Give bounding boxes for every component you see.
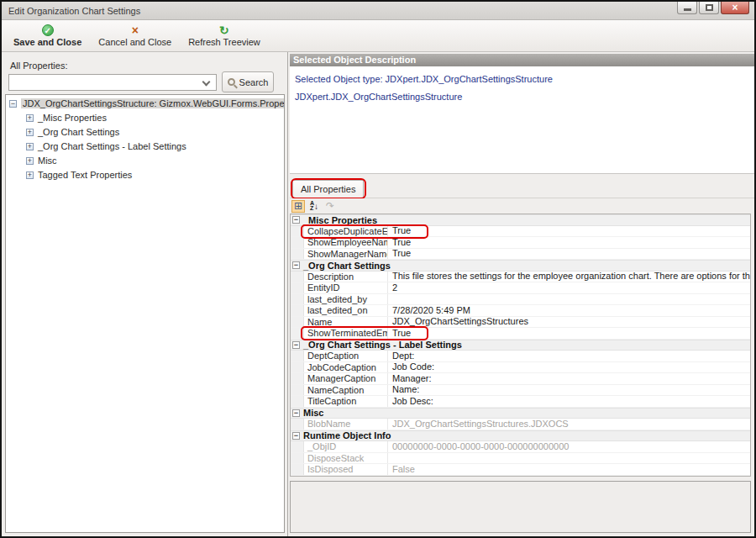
tree-item[interactable]: +_Org Chart Settings — [26, 126, 284, 138]
selected-object-description-header: Selected Object Description — [290, 54, 754, 66]
property-value: This file stores the settings for the em… — [388, 271, 750, 282]
property-row-indent — [291, 305, 304, 316]
tree-item[interactable]: +_Org Chart Settings - Label Settings — [26, 140, 284, 152]
property-category-row[interactable]: −Misc — [291, 408, 750, 419]
property-name: ShowManagerName — [304, 249, 388, 260]
close-button[interactable]: × — [721, 2, 749, 14]
property-value: 2 — [388, 282, 750, 293]
reset-button-disabled: ↷ — [323, 200, 337, 213]
filter-label: All Properties: — [10, 61, 67, 71]
property-row-indent — [291, 328, 304, 339]
expand-icon[interactable]: + — [26, 129, 34, 136]
property-value: 00000000-0000-0000-0000-000000000000 — [388, 441, 750, 452]
property-row-indent — [291, 282, 304, 293]
property-category-label: Runtime Object Info — [303, 430, 391, 440]
property-row[interactable]: IsDisposedFalse — [291, 464, 750, 476]
undo-arrow-icon: ↷ — [326, 200, 334, 212]
save-and-close-button[interactable]: ✓ Save and Close — [5, 22, 90, 50]
tree-root-item[interactable]: − JDX_OrgChartSettingsStructure: Gizmox.… — [9, 98, 284, 109]
property-value: Name: — [388, 384, 750, 395]
search-icon — [228, 78, 235, 86]
property-row[interactable]: BlobNameJDX_OrgChartSettingsStructures.J… — [291, 419, 750, 430]
property-name: Description — [304, 272, 388, 282]
refresh-arrows-icon: ↻ — [219, 24, 229, 36]
collapse-icon[interactable]: − — [292, 409, 300, 417]
expand-icon[interactable]: + — [26, 157, 34, 165]
tree-children: +_Misc Properties+_Org Chart Settings+_O… — [6, 112, 284, 181]
property-value: True — [388, 328, 750, 339]
property-row[interactable]: ShowManagerNameTrue — [291, 249, 750, 261]
tree-root-label: JDX_OrgChartSettingsStructure: Gizmox.We… — [21, 98, 285, 108]
property-grid-rows: −_Misc PropertiesCollapseDuplicateEEsInt… — [291, 214, 750, 476]
expand-icon[interactable]: + — [26, 143, 34, 150]
search-button[interactable]: Search — [222, 71, 274, 92]
property-row[interactable]: last_edited_on7/28/2020 5:49 PM — [291, 305, 750, 317]
property-category-row[interactable]: −_Org Chart Settings — [291, 260, 750, 272]
property-name: last_edited_by — [304, 294, 388, 305]
property-row[interactable]: EntityID2 — [291, 282, 750, 294]
properties-filter-combobox[interactable] — [8, 74, 217, 91]
property-value: Manager: — [388, 373, 750, 384]
property-name: BlobName — [304, 419, 388, 430]
property-row[interactable]: ShowEmployeeNameTrue — [291, 237, 750, 249]
property-category-row[interactable]: −_Org Chart Settings - Label Settings — [291, 340, 750, 351]
property-category-row[interactable]: −Runtime Object Info — [291, 430, 750, 442]
property-row[interactable]: ShowTerminatedEmployeesTrue — [291, 328, 750, 340]
minimize-button[interactable] — [677, 2, 697, 14]
property-name: DeptCaption — [304, 351, 388, 361]
property-row-indent — [291, 396, 304, 407]
selected-object-class-text: JDXpert.JDX_OrgChartSettingsStructure — [295, 88, 749, 106]
property-value: Job Code: — [388, 361, 750, 372]
property-category-row[interactable]: −_Misc Properties — [291, 214, 750, 226]
tree-item[interactable]: +_Misc Properties — [26, 112, 284, 124]
expand-icon[interactable]: + — [26, 171, 34, 179]
chevron-down-icon — [202, 78, 211, 87]
property-name: ManagerCaption — [304, 373, 388, 384]
property-row[interactable]: CollapseDuplicateEEsIntoOneTrue — [291, 226, 750, 238]
property-name: JobCodeCaption — [304, 362, 388, 373]
collapse-icon[interactable]: − — [292, 341, 300, 349]
tab-all-properties[interactable]: All Properties — [292, 180, 364, 198]
close-icon: × — [732, 3, 738, 13]
property-row-indent — [291, 249, 304, 260]
property-row[interactable]: TitleCaptionJob Desc: — [291, 396, 750, 408]
cancel-and-close-label: Cancel and Close — [98, 37, 171, 47]
property-row[interactable]: NameJDX_OrgChartSettingsStructures — [291, 317, 750, 329]
check-circle-icon: ✓ — [42, 24, 54, 36]
property-value: 7/28/2020 5:49 PM — [388, 305, 750, 316]
property-row[interactable]: DescriptionThis file stores the settings… — [291, 272, 750, 283]
maximize-button[interactable] — [699, 2, 719, 14]
property-name: last_edited_on — [304, 305, 388, 316]
refresh-treeview-button[interactable]: ↻ Refresh Treeview — [180, 22, 269, 50]
collapse-icon[interactable]: − — [292, 261, 300, 269]
property-category-label: _Org Chart Settings - Label Settings — [303, 340, 462, 350]
categorized-view-button[interactable]: ⊞ — [291, 200, 305, 213]
collapse-icon[interactable]: − — [9, 100, 17, 108]
property-row-indent — [291, 453, 304, 464]
collapse-icon[interactable]: − — [292, 432, 300, 440]
property-name: NameCaption — [304, 385, 388, 396]
property-row[interactable]: _ObjID00000000-0000-0000-0000-0000000000… — [291, 441, 750, 453]
property-row[interactable]: ManagerCaptionManager: — [291, 373, 750, 385]
expand-icon[interactable]: + — [26, 114, 34, 122]
collapse-icon[interactable]: − — [292, 216, 300, 224]
property-row[interactable]: JobCodeCaptionJob Code: — [291, 362, 750, 374]
window-controls: × — [677, 2, 749, 14]
cancel-and-close-button[interactable]: × Cancel and Close — [90, 22, 180, 50]
tree-item-label: Tagged Text Properties — [38, 170, 132, 180]
property-row-indent — [291, 226, 304, 237]
property-row-indent — [291, 317, 304, 328]
alphabetical-sort-button[interactable]: AZ ↓ — [307, 200, 321, 213]
property-row[interactable]: DeptCaptionDept: — [291, 351, 750, 362]
property-value: JDX_OrgChartSettingsStructures — [388, 316, 750, 327]
property-row[interactable]: last_edited_by — [291, 294, 750, 306]
property-row-indent — [291, 294, 304, 305]
tab-strip: All Properties — [290, 179, 754, 198]
left-panel: All Properties: Search − JDX_OrgChartSet… — [2, 52, 288, 536]
property-row[interactable]: DisposeStack — [291, 453, 750, 465]
tree-item[interactable]: +Misc — [26, 155, 284, 166]
tree-item[interactable]: +Tagged Text Properties — [26, 169, 284, 181]
property-row[interactable]: NameCaptionName: — [291, 385, 750, 397]
property-row-indent — [291, 237, 304, 248]
property-name: Name — [304, 317, 388, 328]
